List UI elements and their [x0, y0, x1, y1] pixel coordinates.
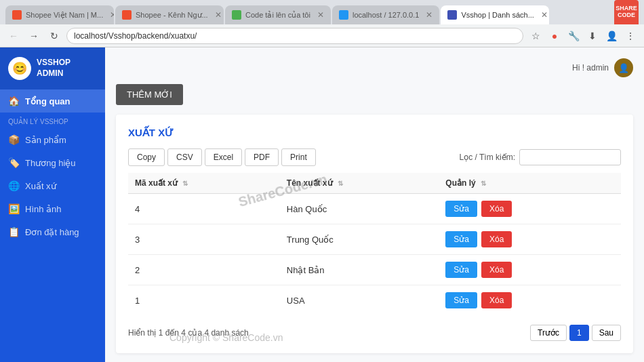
cell-actions: Sửa Xóa: [439, 255, 621, 285]
cell-id: 4: [128, 194, 280, 224]
tab-label-2: Shopee - Kênh Ngư...: [136, 11, 208, 20]
sua-button[interactable]: Sửa: [445, 262, 477, 278]
current-page-button[interactable]: 1: [569, 325, 589, 341]
brand-text: VSSHOP ADMIN: [37, 58, 71, 79]
sidebar-item-label-thuong-hieu: Thương hiệu: [25, 158, 76, 168]
user-avatar[interactable]: 👤: [614, 58, 633, 77]
menu-icon[interactable]: ⋮: [622, 28, 639, 44]
tab-label-4: localhost / 127.0.0.1: [353, 11, 419, 19]
search-input[interactable]: [519, 149, 621, 165]
tab-label-5: Vsshop | Danh sách...: [461, 11, 534, 19]
table-row: 1 USA Sửa Xóa: [128, 285, 621, 316]
sort-icon-2[interactable]: ⇅: [481, 180, 486, 187]
xoa-button[interactable]: Xóa: [481, 231, 512, 247]
sidebar-item-san-pham[interactable]: 📦 Sản phẩm: [0, 128, 105, 151]
next-page-button[interactable]: Sau: [592, 325, 621, 341]
extension-icon[interactable]: ●: [546, 28, 563, 44]
sidebar-item-xuat-xu[interactable]: 🌐 Xuất xứ: [0, 174, 105, 197]
browser-tab-4[interactable]: localhost / 127.0.0.1 ✕: [332, 5, 439, 24]
them-moi-button[interactable]: THÊM MỚI: [116, 84, 183, 105]
table-toolbar: Copy CSV Excel PDF Print Lọc / Tìm kiếm:: [128, 148, 621, 166]
cell-name: Nhật Bản: [280, 255, 439, 285]
excel-button[interactable]: Excel: [205, 148, 242, 166]
forward-button[interactable]: →: [26, 28, 42, 44]
table-row: 4 Hàn Quốc Sửa Xóa: [128, 194, 621, 224]
sidebar-item-tong-quan[interactable]: 🏠 Tổng quan: [0, 89, 105, 113]
col-quan-ly: Quản lý ⇅: [439, 173, 621, 194]
pagination-info: Hiển thị 1 đến 4 của 4 danh sách: [128, 328, 249, 338]
brand-icon: 😊: [8, 57, 31, 80]
extension-icon2[interactable]: 🔧: [565, 28, 582, 44]
tab-close-4[interactable]: ✕: [426, 10, 432, 20]
tab-label-1: Shopee Việt Nam | M...: [26, 11, 103, 20]
sharecode-logo: SHARECODE: [614, 0, 639, 24]
sua-button[interactable]: Sửa: [445, 292, 477, 308]
browser-tab-3[interactable]: Code tải lên của tôi ✕: [225, 5, 331, 24]
tab-close-3[interactable]: ✕: [317, 10, 324, 20]
sort-icon-0[interactable]: ⇅: [182, 180, 188, 187]
sua-button[interactable]: Sửa: [445, 231, 477, 247]
cell-name: USA: [280, 285, 439, 316]
cell-id: 3: [128, 224, 280, 255]
search-area: Lọc / Tìm kiếm:: [460, 149, 621, 165]
tong-quan-icon: 🏠: [8, 96, 20, 106]
sidebar-item-label-san-pham: Sản phẩm: [25, 135, 66, 145]
hinh-anh-icon: 🖼️: [8, 203, 20, 214]
col-ma-xuat-xu: Mã xuất xứ ⇅: [128, 173, 280, 194]
sidebar-item-label-tong-quan: Tổng quan: [25, 96, 71, 106]
section-title: XUẤT XỨ: [128, 127, 621, 139]
tab-close-2[interactable]: ✕: [215, 10, 222, 20]
prev-page-button[interactable]: Trước: [530, 325, 567, 341]
sidebar-item-label-xuat-xu: Xuất xứ: [25, 181, 56, 191]
tab-close-1[interactable]: ✕: [110, 10, 114, 20]
browser-tab-2[interactable]: Shopee - Kênh Ngư... ✕: [115, 5, 224, 24]
table-action-buttons: Copy CSV Excel PDF Print: [128, 148, 316, 166]
pagination-buttons: Trước 1 Sau: [530, 325, 621, 341]
action-buttons: Sửa Xóa: [445, 292, 614, 308]
reload-button[interactable]: ↻: [46, 28, 62, 44]
sidebar: 😊 VSSHOP ADMIN 🏠 Tổng quan QUẢN LÝ VSSHO…: [0, 47, 105, 362]
xoa-button[interactable]: Xóa: [481, 262, 512, 278]
sidebar-item-label-don-dat-hang: Đơn đặt hàng: [25, 227, 79, 237]
tab-favicon-2: [122, 10, 132, 20]
extension-icon3[interactable]: ⬇: [584, 28, 601, 44]
profile-icon[interactable]: 👤: [603, 28, 620, 44]
address-text: localhost/Vsshop/backend/xuatxu/: [74, 31, 197, 41]
sort-icon-1[interactable]: ⇅: [338, 180, 343, 187]
tab-favicon-5: [447, 10, 457, 20]
thuong-hieu-icon: 🏷️: [8, 157, 20, 168]
tab-close-5[interactable]: ✕: [541, 10, 548, 20]
pdf-button[interactable]: PDF: [245, 148, 279, 166]
sua-button[interactable]: Sửa: [445, 201, 477, 217]
sidebar-section-label: QUẢN LÝ VSSHOP: [0, 113, 105, 128]
copy-button[interactable]: Copy: [128, 148, 165, 166]
sidebar-brand: 😊 VSSHOP ADMIN: [0, 47, 105, 89]
table-row: 2 Nhật Bản Sửa Xóa: [128, 255, 621, 285]
sidebar-item-don-dat-hang[interactable]: 📋 Đơn đặt hàng: [0, 220, 105, 243]
action-buttons: Sửa Xóa: [445, 262, 614, 278]
back-button[interactable]: ←: [5, 28, 22, 44]
xuatxu-table: Mã xuất xứ ⇅ Tên xuất xứ ⇅ Quản lý ⇅: [128, 173, 621, 315]
xoa-button[interactable]: Xóa: [481, 292, 512, 308]
sidebar-item-hinh-anh[interactable]: 🖼️ Hình ảnh: [0, 197, 105, 220]
table-row: 3 Trung Quốc Sửa Xóa: [128, 224, 621, 255]
xoa-button[interactable]: Xóa: [481, 201, 512, 217]
browser-tab-1[interactable]: Shopee Việt Nam | M... ✕: [5, 5, 114, 24]
cell-name: Trung Quốc: [280, 224, 439, 255]
address-bar[interactable]: localhost/Vsshop/backend/xuatxu/: [66, 28, 523, 44]
xuat-xu-icon: 🌐: [8, 180, 20, 191]
sidebar-item-label-hinh-anh: Hình ảnh: [25, 204, 62, 214]
cell-id: 2: [128, 255, 280, 285]
sidebar-item-thuong-hieu[interactable]: 🏷️ Thương hiệu: [0, 151, 105, 174]
bookmark-icon[interactable]: ☆: [527, 28, 544, 44]
cell-actions: Sửa Xóa: [439, 285, 621, 316]
csv-button[interactable]: CSV: [167, 148, 202, 166]
cell-actions: Sửa Xóa: [439, 224, 621, 255]
cell-name: Hàn Quốc: [280, 194, 439, 224]
action-buttons: Sửa Xóa: [445, 201, 614, 217]
don-dat-hang-icon: 📋: [8, 226, 20, 237]
browser-tab-5[interactable]: Vsshop | Danh sách... ✕: [441, 5, 549, 24]
print-button[interactable]: Print: [281, 148, 316, 166]
main-content: Hi ! admin 👤 THÊM MỚI XUẤT XỨ Copy CSV E…: [105, 47, 644, 362]
brand-emoji: 😊: [12, 61, 27, 76]
